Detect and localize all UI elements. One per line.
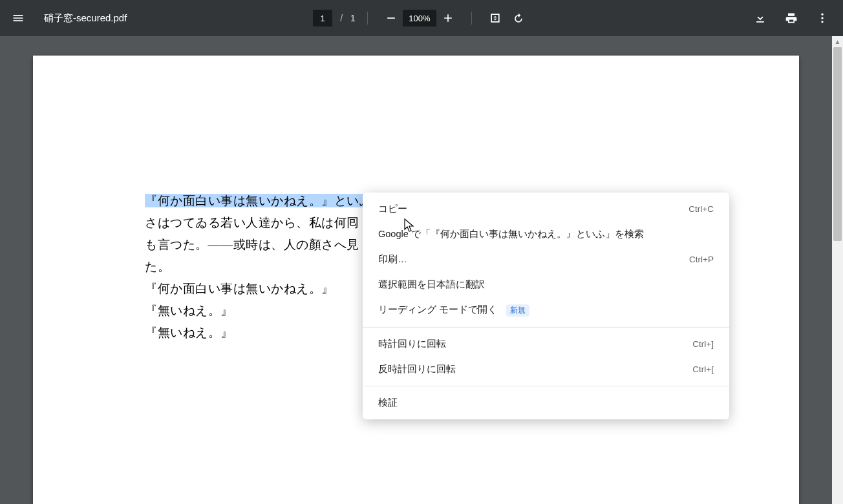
page-indicator: / 1	[313, 10, 356, 26]
menu-item-translate[interactable]: 選択範囲を日本語に翻訳	[363, 272, 729, 297]
page-separator: /	[340, 13, 343, 23]
rotate-icon	[512, 12, 525, 25]
menu-label: 反時計回りに回転	[378, 363, 456, 375]
menu-item-reading-mode[interactable]: リーディング モードで開く 新規	[363, 297, 729, 323]
context-menu: コピー Ctrl+C Google で「『何か面白い事は無いかねえ。』といふ」を…	[363, 193, 729, 419]
fit-page-button[interactable]	[484, 6, 507, 30]
minus-icon	[385, 12, 398, 25]
pdf-toolbar: 硝子窓-secured.pdf / 1	[0, 0, 843, 36]
menu-button[interactable]	[5, 5, 31, 31]
current-page-input[interactable]	[313, 10, 332, 26]
more-button[interactable]	[811, 6, 834, 30]
zoom-out-button[interactable]	[379, 6, 403, 30]
menu-item-rotate-ccw[interactable]: 反時計回りに回転 Ctrl+[	[363, 357, 729, 382]
menu-item-inspect[interactable]: 検証	[363, 390, 729, 415]
zoom-level-input[interactable]	[403, 10, 436, 26]
toolbar-left: 硝子窓-secured.pdf	[5, 5, 127, 31]
toolbar-separator	[471, 12, 472, 25]
new-badge: 新規	[506, 304, 529, 317]
print-icon	[785, 12, 798, 25]
menu-label: 印刷…	[378, 253, 407, 266]
print-button[interactable]	[780, 6, 803, 30]
more-vertical-icon	[816, 12, 829, 25]
menu-label: 検証	[378, 397, 398, 409]
menu-label: 時計回りに回転	[378, 338, 446, 350]
rotate-button[interactable]	[507, 6, 530, 30]
menu-label: Google で「『何か面白い事は無いかねえ。』といふ」を検索	[378, 228, 644, 240]
menu-item-search[interactable]: Google で「『何か面白い事は無いかねえ。』といふ」を検索	[363, 222, 729, 247]
svg-point-1	[821, 17, 823, 19]
menu-item-print[interactable]: 印刷… Ctrl+P	[363, 247, 729, 272]
download-button[interactable]	[749, 6, 772, 30]
menu-label: コピー	[378, 203, 407, 215]
menu-shortcut: Ctrl+P	[689, 255, 714, 264]
menu-divider	[363, 386, 729, 386]
selected-text[interactable]: 『何か面白い事は無いかねえ。』といふ	[145, 194, 372, 207]
svg-point-2	[821, 21, 823, 23]
toolbar-right	[749, 6, 834, 30]
menu-shortcut: Ctrl+C	[688, 204, 714, 214]
menu-label: リーディング モードで開く 新規	[378, 304, 529, 317]
hamburger-icon	[12, 12, 25, 25]
scroll-up-button[interactable]: ▲	[832, 36, 843, 47]
filename-label: 硝子窓-secured.pdf	[44, 12, 127, 25]
toolbar-separator	[367, 12, 368, 25]
plus-icon	[442, 12, 454, 25]
scroll-thumb[interactable]	[833, 47, 842, 241]
menu-item-copy[interactable]: コピー Ctrl+C	[363, 196, 729, 222]
menu-divider	[363, 327, 729, 328]
svg-point-0	[821, 14, 823, 16]
total-pages: 1	[350, 13, 356, 23]
fit-page-icon	[489, 12, 502, 25]
download-icon	[754, 12, 767, 25]
menu-label: 選択範囲を日本語に翻訳	[378, 278, 485, 291]
menu-item-rotate-cw[interactable]: 時計回りに回転 Ctrl+]	[363, 331, 729, 357]
zoom-in-button[interactable]	[436, 6, 460, 30]
menu-shortcut: Ctrl+[	[692, 364, 714, 374]
menu-shortcut: Ctrl+]	[692, 339, 714, 349]
vertical-scrollbar[interactable]: ▲	[832, 36, 843, 504]
